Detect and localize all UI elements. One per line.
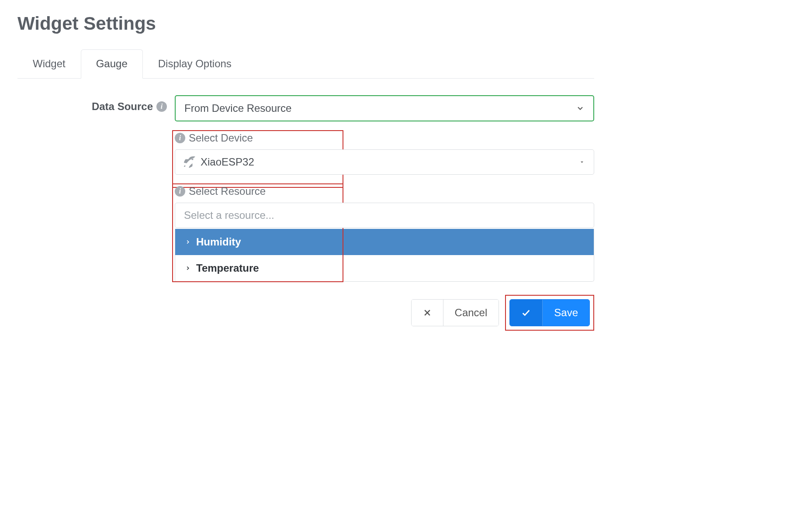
- resource-option-label: Humidity: [196, 236, 241, 248]
- close-icon: [412, 300, 443, 326]
- caret-down-icon: [579, 159, 585, 165]
- select-resource-label: Select Resource: [189, 185, 266, 197]
- check-icon: [510, 300, 543, 326]
- resource-dropdown: Humidity Temperature: [175, 229, 594, 282]
- rocket-icon: [184, 156, 195, 168]
- chevron-right-icon: [185, 237, 191, 247]
- tab-display-options[interactable]: Display Options: [143, 49, 247, 78]
- row-data-source: Data Source i From Device Resource: [17, 95, 594, 121]
- chevron-right-icon: [185, 263, 191, 273]
- modal-title: Widget Settings: [17, 13, 594, 34]
- form-body: Data Source i From Device Resource i Sel: [17, 79, 594, 282]
- widget-settings-modal: Widget Settings Widget Gauge Display Opt…: [17, 13, 594, 326]
- device-select[interactable]: XiaoESP32: [175, 149, 594, 175]
- resource-placeholder: Select a resource...: [184, 209, 274, 221]
- tabs: Widget Gauge Display Options: [17, 49, 594, 79]
- data-source-value: From Device Resource: [184, 102, 291, 114]
- data-source-label: Data Source: [92, 100, 153, 113]
- resource-option-humidity[interactable]: Humidity: [175, 229, 594, 255]
- select-device-label: Select Device: [189, 132, 253, 144]
- row-select-resource: i Select Resource Select a resource... H…: [17, 185, 594, 282]
- resource-option-temperature[interactable]: Temperature: [175, 255, 594, 281]
- tab-gauge[interactable]: Gauge: [81, 49, 143, 79]
- cancel-button[interactable]: Cancel: [411, 299, 499, 326]
- row-select-device: i Select Device XiaoESP32: [17, 132, 594, 175]
- device-value: XiaoESP32: [201, 156, 254, 168]
- cancel-button-label: Cancel: [443, 300, 499, 326]
- info-icon[interactable]: i: [175, 186, 185, 197]
- data-source-select[interactable]: From Device Resource: [175, 95, 594, 121]
- info-icon[interactable]: i: [156, 101, 167, 112]
- save-button-label: Save: [543, 300, 589, 326]
- save-button[interactable]: Save: [509, 299, 590, 326]
- resource-select[interactable]: Select a resource...: [175, 203, 594, 228]
- chevron-down-icon: [576, 104, 585, 113]
- modal-footer: Cancel Save: [17, 299, 594, 326]
- tab-widget[interactable]: Widget: [17, 49, 81, 78]
- info-icon[interactable]: i: [175, 133, 185, 143]
- resource-option-label: Temperature: [196, 262, 259, 274]
